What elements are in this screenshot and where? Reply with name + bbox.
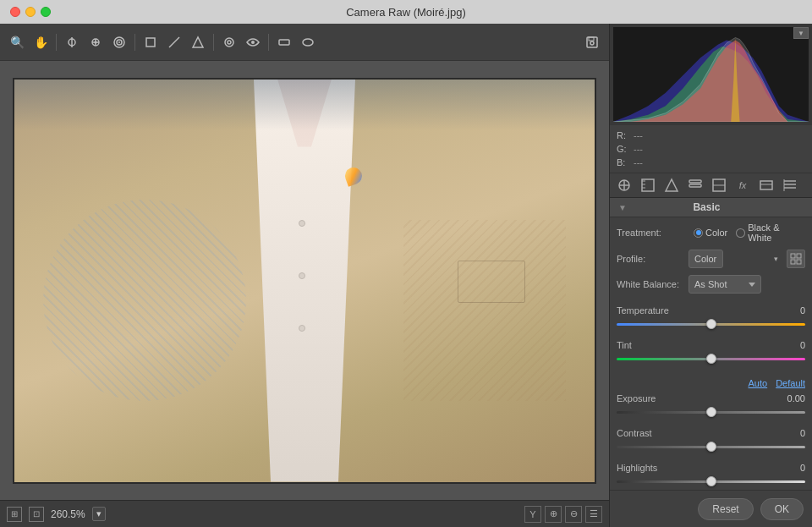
temperature-slider-header: Temperature 0 bbox=[617, 305, 805, 316]
histogram-area: ▼ bbox=[610, 24, 812, 125]
title-bar: Camera Raw (Moiré.jpg) bbox=[0, 0, 812, 24]
histogram-menu-icon[interactable]: ▼ bbox=[793, 27, 809, 39]
main-layout: 🔍 ✋ bbox=[0, 24, 812, 527]
temperature-slider-thumb[interactable] bbox=[706, 319, 716, 329]
gradient-filter-tool[interactable] bbox=[274, 32, 294, 52]
reset-button[interactable]: Reset bbox=[698, 498, 753, 520]
status-bar: ⊞ ⊡ 260.5% ▾ Y ⊕ ⊖ ☰ bbox=[0, 500, 609, 527]
right-panel: ▼ R: --- G: bbox=[609, 24, 812, 527]
moire-pattern-left bbox=[43, 200, 246, 401]
default-button[interactable]: Default bbox=[776, 378, 805, 388]
wb-select-wrapper: As Shot Auto Daylight Cloudy Shade Tungs… bbox=[689, 275, 805, 294]
color-radio-label: Color bbox=[705, 228, 727, 238]
spot-removal-tool[interactable] bbox=[219, 32, 239, 52]
zoom-value: 260.5% bbox=[51, 508, 85, 520]
split-tone-tab[interactable] bbox=[710, 177, 728, 194]
crop-tool[interactable] bbox=[140, 32, 161, 52]
main-image bbox=[14, 80, 595, 482]
svg-rect-36 bbox=[797, 254, 801, 258]
contrast-slider-thumb[interactable] bbox=[706, 442, 716, 452]
target-adj-tool[interactable] bbox=[109, 32, 129, 52]
r-label: R: bbox=[617, 129, 630, 142]
contrast-slider-row: Contrast 0 bbox=[617, 428, 805, 453]
svg-point-12 bbox=[228, 41, 231, 44]
basic-section-header: ▼ Basic bbox=[610, 198, 812, 217]
calibration-tab[interactable] bbox=[781, 177, 799, 194]
highlights-value: 0 bbox=[775, 463, 805, 473]
basic-tab[interactable] bbox=[615, 177, 634, 194]
profile-select[interactable]: Color bbox=[689, 250, 723, 268]
svg-point-13 bbox=[251, 41, 255, 44]
window-title: Camera Raw (Moiré.jpg) bbox=[346, 6, 466, 19]
zoom-dropdown[interactable]: ▾ bbox=[92, 507, 106, 521]
tint-slider-thumb[interactable] bbox=[706, 354, 716, 364]
temperature-slider-track[interactable] bbox=[617, 318, 805, 330]
profile-grid-button[interactable] bbox=[787, 250, 805, 268]
close-button[interactable] bbox=[10, 7, 20, 17]
save-to-disk-icon[interactable] bbox=[582, 32, 602, 52]
minimize-button[interactable] bbox=[25, 7, 36, 17]
exposure-slider-header: Exposure 0.00 bbox=[617, 393, 805, 403]
detail-tab[interactable] bbox=[662, 177, 681, 194]
traffic-lights bbox=[10, 7, 51, 17]
panel-content: ▼ Basic Treatment: Color bbox=[610, 198, 812, 490]
red-eye-tool[interactable] bbox=[243, 32, 263, 52]
toolbar-right bbox=[582, 32, 602, 52]
y-icon[interactable]: Y bbox=[524, 506, 541, 523]
ok-button[interactable]: OK bbox=[760, 498, 804, 520]
bw-radio[interactable]: Black & White bbox=[736, 222, 805, 243]
toolbar-separator-1 bbox=[56, 34, 57, 51]
bottom-bar: Reset OK bbox=[610, 490, 812, 527]
rgb-values: R: --- G: --- B: --- bbox=[610, 125, 812, 173]
status-right-icons: Y ⊕ ⊖ ☰ bbox=[524, 506, 602, 523]
exposure-slider-track[interactable] bbox=[617, 406, 805, 418]
profile-select-arrow: ▾ bbox=[774, 255, 778, 263]
color-sampler-tool[interactable] bbox=[85, 32, 106, 52]
svg-rect-25 bbox=[689, 180, 701, 183]
wb-label: White Balance: bbox=[617, 279, 689, 289]
g-label: G: bbox=[617, 142, 630, 156]
tint-slider-header: Tint 0 bbox=[617, 340, 805, 350]
maximize-button[interactable] bbox=[41, 7, 51, 17]
zoom-in-icon[interactable]: ⊕ bbox=[545, 506, 562, 523]
status-icon-2: ⊡ bbox=[29, 507, 44, 522]
lens-tab[interactable] bbox=[757, 177, 776, 194]
bw-radio-dot[interactable] bbox=[736, 228, 745, 238]
grid-icon[interactable]: ☰ bbox=[585, 506, 602, 523]
profile-select-wrapper: Color ▾ bbox=[689, 250, 783, 268]
g-row: G: --- bbox=[617, 142, 805, 156]
color-radio-dot[interactable] bbox=[694, 228, 703, 238]
image-container bbox=[13, 78, 596, 484]
highlights-slider-track[interactable] bbox=[617, 475, 805, 487]
panel-tabs: fx bbox=[610, 173, 812, 198]
tone-curve-tab[interactable] bbox=[639, 177, 657, 194]
radial-filter-tool[interactable] bbox=[298, 32, 318, 52]
r-row: R: --- bbox=[617, 129, 805, 142]
color-radio[interactable]: Color bbox=[694, 228, 727, 238]
svg-rect-35 bbox=[791, 254, 795, 258]
exposure-slider-thumb[interactable] bbox=[706, 407, 716, 417]
zoom-out-icon[interactable]: ⊖ bbox=[565, 506, 582, 523]
highlights-slider-row: Highlights 0 bbox=[617, 463, 805, 487]
highlights-slider-thumb[interactable] bbox=[706, 476, 716, 486]
contrast-value: 0 bbox=[775, 428, 805, 438]
canvas-area bbox=[0, 61, 609, 500]
tint-slider-track[interactable] bbox=[617, 353, 805, 365]
hand-tool[interactable]: ✋ bbox=[30, 32, 51, 52]
contrast-slider-track[interactable] bbox=[617, 441, 805, 453]
auto-button[interactable]: Auto bbox=[749, 378, 768, 388]
bw-radio-label: Black & White bbox=[748, 222, 805, 243]
basic-settings: Treatment: Color Black & White bbox=[610, 217, 812, 305]
straighten-tool[interactable] bbox=[164, 32, 184, 52]
exposure-label: Exposure bbox=[617, 393, 656, 403]
white-balance-tool[interactable] bbox=[62, 32, 82, 52]
highlights-label: Highlights bbox=[617, 463, 657, 473]
wb-select[interactable]: As Shot Auto Daylight Cloudy Shade Tungs… bbox=[689, 275, 761, 294]
tint-slider-row: Tint 0 bbox=[617, 340, 805, 365]
fx-tab[interactable]: fx bbox=[733, 177, 752, 194]
zoom-tool[interactable]: 🔍 bbox=[7, 32, 27, 52]
hsl-tab[interactable] bbox=[686, 177, 705, 194]
tint-label: Tint bbox=[617, 340, 632, 350]
transform-tool[interactable] bbox=[188, 32, 208, 52]
treatment-radio-group: Color Black & White bbox=[694, 222, 805, 243]
